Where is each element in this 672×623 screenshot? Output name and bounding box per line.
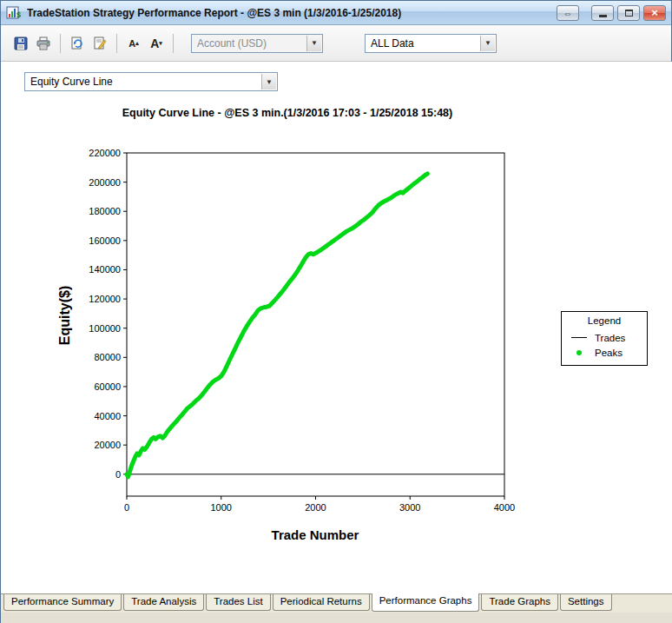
window-title: TradeStation Strategy Performance Report… xyxy=(27,7,553,19)
increase-font-button[interactable]: A▾ xyxy=(145,32,168,55)
svg-text:160000: 160000 xyxy=(89,235,121,246)
legend-label: Trades xyxy=(595,333,625,343)
data-range-dropdown-value: ALL Data xyxy=(371,37,414,50)
x-axis-label: Trade Number xyxy=(228,527,402,542)
title-bar: $ TradeStation Strategy Performance Repo… xyxy=(1,1,671,25)
tab-settings[interactable]: Settings xyxy=(560,594,612,611)
app-window: $ TradeStation Strategy Performance Repo… xyxy=(0,0,672,623)
svg-text:200000: 200000 xyxy=(89,177,121,188)
maximize-button[interactable] xyxy=(617,5,640,21)
svg-text:140000: 140000 xyxy=(89,264,121,275)
refresh-report-button[interactable] xyxy=(66,32,89,55)
tab-performance-summary[interactable]: Performance Summary xyxy=(3,594,122,611)
legend-line-icon xyxy=(570,337,589,338)
svg-text:3000: 3000 xyxy=(399,502,420,513)
account-dropdown[interactable]: Account (USD) ▼ xyxy=(191,34,323,53)
close-icon: × xyxy=(651,6,658,19)
legend-label: Peaks xyxy=(595,348,623,358)
tab-trade-analysis[interactable]: Trade Analysis xyxy=(123,594,204,611)
svg-text:$: $ xyxy=(16,10,21,19)
font-up-arrow-icon: ▴ xyxy=(135,40,139,47)
toolbar-separator xyxy=(60,34,61,53)
increase-font-icon: A xyxy=(150,36,159,50)
edit-report-icon xyxy=(92,36,108,51)
svg-text:120000: 120000 xyxy=(89,294,121,304)
data-range-dropdown[interactable]: ALL Data ▼ xyxy=(365,34,497,53)
maximize-icon xyxy=(625,10,633,17)
chevron-down-icon[interactable]: ▼ xyxy=(480,36,495,51)
svg-text:220000: 220000 xyxy=(89,148,121,158)
svg-text:40000: 40000 xyxy=(94,411,121,421)
chart-title: Equity Curve Line - @ES 3 min.(1/3/2016 … xyxy=(101,107,474,119)
y-axis-label: Equity($) xyxy=(57,246,75,385)
refresh-report-icon xyxy=(69,36,85,51)
chart-legend: Legend TradesPeaks xyxy=(561,311,648,366)
svg-text:20000: 20000 xyxy=(94,440,121,450)
svg-text:4000: 4000 xyxy=(494,502,515,513)
svg-text:0: 0 xyxy=(115,469,121,480)
tab-trades-list[interactable]: Trades List xyxy=(206,594,270,611)
legend-dot-icon xyxy=(570,350,589,355)
save-button[interactable] xyxy=(10,32,32,55)
tab-performance-graphs[interactable]: Performance Graphs xyxy=(372,593,480,612)
save-icon xyxy=(13,36,29,51)
svg-text:0: 0 xyxy=(124,502,129,513)
decrease-font-button[interactable]: A▴ xyxy=(122,32,145,55)
svg-text:80000: 80000 xyxy=(94,352,121,362)
print-button[interactable] xyxy=(32,32,55,55)
graph-type-dropdown-value: Equity Curve Line xyxy=(30,76,113,88)
svg-text:1000: 1000 xyxy=(211,502,232,513)
svg-text:60000: 60000 xyxy=(94,381,121,392)
tab-trade-graphs[interactable]: Trade Graphs xyxy=(481,594,558,611)
svg-text:2000: 2000 xyxy=(305,502,326,513)
toolbar: A▴ A▾ Account (USD) ▼ ALL Data ▼ xyxy=(1,25,671,62)
toolbar-separator xyxy=(173,34,174,53)
chevron-down-icon[interactable]: ▼ xyxy=(261,74,276,89)
minimize-icon xyxy=(599,15,607,17)
app-icon: $ xyxy=(6,6,22,20)
close-button[interactable]: × xyxy=(643,5,666,21)
account-dropdown-value: Account (USD) xyxy=(197,37,267,50)
report-tab-strip: Performance SummaryTrade AnalysisTrades … xyxy=(1,593,672,613)
status-strip xyxy=(1,613,672,623)
resize-arrows-icon: ⇔ xyxy=(563,8,573,18)
tab-periodical-returns[interactable]: Periodical Returns xyxy=(273,594,370,611)
chevron-down-icon[interactable]: ▼ xyxy=(306,36,321,51)
svg-text:180000: 180000 xyxy=(89,206,121,216)
report-content: 0200004000060000800001000001200001400001… xyxy=(1,62,672,593)
svg-text:100000: 100000 xyxy=(89,323,121,334)
resize-arrows-button[interactable]: ⇔ xyxy=(557,5,579,21)
toolbar-separator xyxy=(116,34,117,53)
minimize-button[interactable] xyxy=(591,5,614,21)
legend-title: Legend xyxy=(562,312,647,330)
edit-report-button[interactable] xyxy=(89,32,111,55)
legend-entry-trades: Trades xyxy=(562,330,647,345)
print-icon xyxy=(36,36,51,51)
legend-entry-peaks: Peaks xyxy=(562,345,647,360)
font-down-arrow-icon: ▾ xyxy=(159,40,162,47)
graph-type-dropdown[interactable]: Equity Curve Line ▼ xyxy=(24,72,278,91)
